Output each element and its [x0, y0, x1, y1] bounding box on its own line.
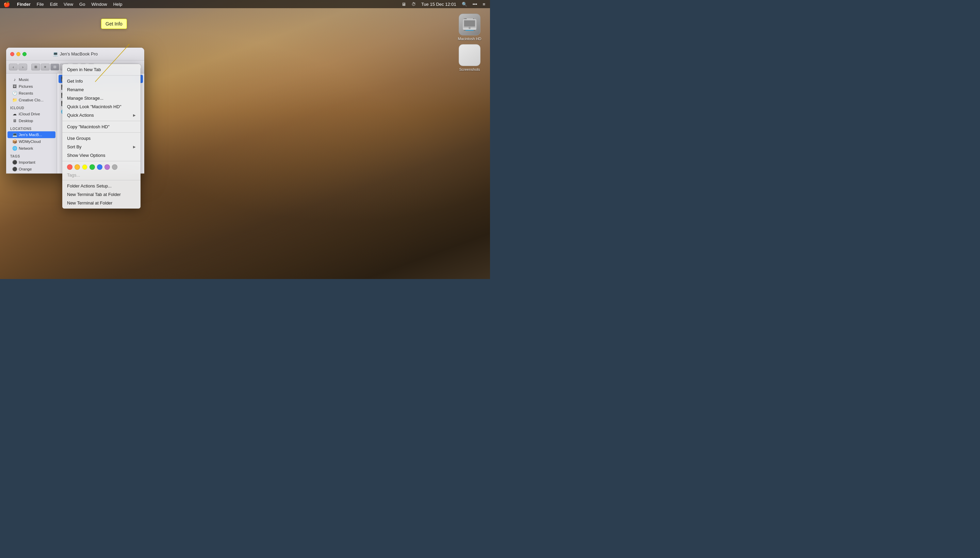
tag-blue[interactable] — [97, 164, 102, 170]
icon-view-button[interactable]: ⊞ — [31, 64, 40, 71]
context-copy-label: Copy "Macintosh HD" — [67, 124, 110, 129]
menubar-edit[interactable]: Edit — [47, 0, 60, 8]
finder-title: 💻 Jen's MacBook Pro — [53, 51, 98, 56]
sidebar-item-pictures[interactable]: 🖼 Pictures — [8, 83, 56, 90]
sidebar-item-wdmycloud[interactable]: 📦 WDMyCloud — [8, 138, 56, 145]
sidebar-item-network[interactable]: 🌐 Network — [8, 145, 56, 152]
apple-menu[interactable]: 🍎 — [0, 0, 14, 8]
sidebar-item-important[interactable]: ⚫ Important — [8, 159, 56, 166]
context-new-terminal-folder-label: New Terminal at Folder — [67, 200, 112, 205]
forward-button[interactable]: › — [18, 64, 27, 71]
context-quick-actions[interactable]: Quick Actions ▶ — [62, 111, 141, 120]
context-menu: Open in New Tab Get Info Rename Manage S… — [62, 64, 141, 208]
context-use-groups-label: Use Groups — [67, 136, 90, 141]
sidebar-item-creative-cloud[interactable]: 📁 Creative Clo... — [8, 97, 56, 103]
sidebar-wdmycloud-label: WDMyCloud — [19, 140, 41, 144]
svg-point-3 — [469, 27, 471, 29]
maximize-button[interactable] — [23, 52, 26, 56]
context-get-info[interactable]: Get Info — [62, 77, 141, 85]
menubar-left: 🍎 Finder File Edit View Go Window Help — [0, 0, 125, 8]
context-separator-4 — [62, 161, 141, 161]
sidebar-item-recents[interactable]: 🕐 Recents — [8, 90, 56, 97]
tag-green[interactable] — [90, 164, 95, 170]
finder-window: 💻 Jen's MacBook Pro ‹ › ⊞ ≡ ⊟ ⊡ ⚙▾ ↑ 🏷 ?… — [6, 48, 144, 174]
locations-section-title: Locations — [6, 124, 57, 131]
traffic-lights — [10, 52, 26, 56]
context-sort-by-label: Sort By — [67, 144, 82, 149]
list-view-button[interactable]: ≡ — [41, 64, 50, 71]
orange-tag-icon: ⚫ — [12, 167, 17, 171]
music-icon: ♪ — [12, 77, 17, 82]
context-open-new-tab-label: Open in New Tab — [67, 67, 101, 72]
sidebar-important-label: Important — [19, 160, 35, 164]
tags-section-title: Tags — [6, 152, 57, 159]
menubar-search-icon[interactable]: 🔍 — [460, 0, 469, 8]
sidebar-item-icloud-drive[interactable]: ☁ iCloud Drive — [8, 111, 56, 117]
wdmycloud-icon: 📦 — [12, 139, 17, 144]
back-button[interactable]: ‹ — [9, 64, 18, 71]
finder-sidebar: ♪ Music 🖼 Pictures 🕐 Recents 📁 Creative … — [6, 74, 57, 174]
menubar-menu-icon[interactable]: ≡ — [481, 0, 487, 8]
context-separator-1 — [62, 75, 141, 75]
menubar-help[interactable]: Help — [111, 0, 125, 8]
context-use-groups[interactable]: Use Groups — [62, 134, 141, 143]
context-new-terminal-folder[interactable]: New Terminal at Folder — [62, 199, 141, 207]
macintosh-hd-icon — [459, 14, 481, 35]
desktop-icon-screenshots[interactable]: Screenshots — [456, 44, 483, 71]
menubar-dots[interactable]: ••• — [471, 0, 479, 8]
creative-cloud-icon: 📁 — [12, 98, 17, 102]
minimize-button[interactable] — [16, 52, 20, 56]
tag-purple[interactable] — [105, 164, 110, 170]
sidebar-item-music[interactable]: ♪ Music — [8, 76, 56, 83]
menubar-view[interactable]: View — [61, 0, 76, 8]
sidebar-item-orange-tag[interactable]: ⚫ Orange — [8, 166, 56, 172]
context-new-terminal-tab[interactable]: New Terminal Tab at Folder — [62, 190, 141, 199]
menubar-time-machine-icon: ⏱ — [409, 0, 418, 8]
tag-red[interactable] — [67, 164, 72, 170]
desktop-icon-macintosh-hd[interactable]: Macintosh HD — [456, 14, 483, 41]
tag-yellow[interactable] — [82, 164, 87, 170]
context-open-new-tab[interactable]: Open in New Tab — [62, 65, 141, 74]
column-view-button[interactable]: ⊟ — [50, 64, 59, 71]
context-quick-look[interactable]: Quick Look "Macintosh HD" — [62, 102, 141, 111]
icloud-section-title: iCloud — [6, 103, 57, 111]
menubar-datetime: Tue 15 Dec 12:01 — [419, 0, 458, 8]
tag-orange[interactable] — [74, 164, 80, 170]
sidebar-item-jens-macbook[interactable]: 💻 Jen's MacB... — [8, 131, 56, 138]
context-manage-storage-label: Manage Storage... — [67, 95, 103, 101]
sidebar-creative-cloud-label: Creative Clo... — [19, 98, 44, 102]
context-folder-actions-setup[interactable]: Folder Actions Setup... — [62, 182, 141, 190]
context-quick-look-label: Quick Look "Macintosh HD" — [67, 104, 121, 109]
context-separator-5 — [62, 180, 141, 181]
context-show-view-options[interactable]: Show View Options — [62, 151, 141, 159]
tag-gray[interactable] — [112, 164, 117, 170]
important-tag-icon: ⚫ — [12, 160, 17, 165]
context-separator-3 — [62, 132, 141, 133]
menubar-window[interactable]: Window — [89, 0, 110, 8]
tags-label[interactable]: Tags... — [62, 171, 141, 179]
color-tags-row — [62, 162, 141, 171]
sidebar-recents-label: Recents — [19, 91, 33, 95]
context-folder-actions-setup-label: Folder Actions Setup... — [67, 184, 112, 189]
screenshots-icon — [459, 44, 481, 66]
menubar-go[interactable]: Go — [77, 0, 88, 8]
context-rename-label: Rename — [67, 87, 84, 92]
menubar-file[interactable]: File — [34, 0, 47, 8]
context-copy-macintosh-hd[interactable]: Copy "Macintosh HD" — [62, 123, 141, 131]
menubar-right: 🖥 ⏱ Tue 15 Dec 12:01 🔍 ••• ≡ — [399, 0, 490, 8]
menubar-finder[interactable]: Finder — [14, 0, 33, 8]
close-button[interactable] — [10, 52, 14, 56]
context-manage-storage[interactable]: Manage Storage... — [62, 94, 141, 102]
sidebar-item-desktop[interactable]: 🖥 Desktop — [8, 117, 56, 124]
context-rename[interactable]: Rename — [62, 85, 141, 94]
get-info-tooltip: Get Info — [101, 19, 127, 29]
sidebar-pictures-label: Pictures — [19, 84, 33, 89]
finder-title-text: Jen's MacBook Pro — [60, 51, 98, 56]
sidebar-network-label: Network — [19, 146, 33, 150]
desktop-icons: Macintosh HD Screenshots — [456, 14, 483, 71]
svg-rect-2 — [464, 20, 475, 26]
context-get-info-label: Get Info — [67, 79, 83, 84]
finder-title-icon: 💻 — [53, 51, 58, 56]
sidebar-music-label: Music — [19, 77, 29, 82]
context-sort-by[interactable]: Sort By ▶ — [62, 143, 141, 151]
